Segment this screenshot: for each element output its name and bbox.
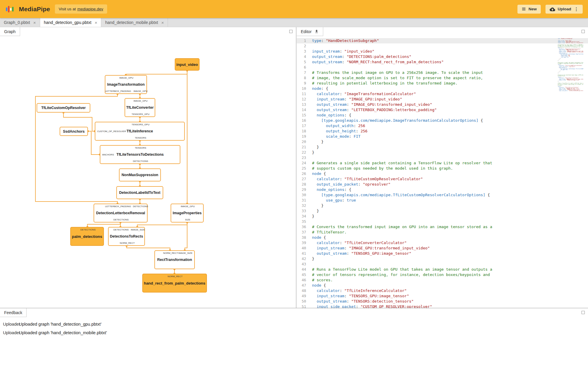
line-number: 10 <box>297 86 312 91</box>
graph-node-ImageTransformation[interactable]: IMAGE_GPULETTERBOX_PADDINGIMAGE_GPUImage… <box>105 75 147 94</box>
new-button[interactable]: New <box>517 5 541 14</box>
port-label: DETECTIONS <box>113 228 129 231</box>
line-number: 47 <box>297 283 312 288</box>
file-tab-bar: Graph_0.pbtxt×hand_detection_gpu.pbtxt×h… <box>0 18 588 27</box>
graph-node-input_video[interactable]: input_video <box>175 58 200 71</box>
port-label: TENSORS_GPU <box>132 113 149 116</box>
line-text: input_stream: "TENSORS_GPU:image_tensor" <box>312 293 409 299</box>
line-text: calculator: "TfLiteCustomOpResolverCalcu… <box>312 176 423 182</box>
graph-panel: Graph input_videoIMAGE_GPULETTERBOX_PADD… <box>0 27 296 308</box>
graph-node-TfLiteInference[interactable]: TENSORS_GPUTENSORSCUSTOM_OP_RESOLVERTfLi… <box>95 122 185 141</box>
line-number: 17 <box>297 123 312 129</box>
graph-node-RectTransformation[interactable]: NORM_RECTIMAGE_SIZERectTransformation <box>154 250 195 269</box>
code-line: 26node { <box>297 171 588 176</box>
line-text: scale_mode: FIT <box>312 134 360 139</box>
graph-node-SsdAnchors[interactable]: SsdAnchors <box>60 127 88 136</box>
line-text: } <box>312 256 314 262</box>
line-number: 51 <box>297 304 312 308</box>
code-line: 50 output_stream: "TENSORS:detection_ten… <box>297 299 588 304</box>
file-tab[interactable]: hand_detection_gpu.pbtxt× <box>40 18 102 27</box>
code-line: 33 } <box>297 208 588 214</box>
line-number: 4 <box>297 54 312 59</box>
graph-node-NonMaxSuppression[interactable]: NonMaxSuppression <box>119 168 161 181</box>
minimap[interactable]: type: "HandDetectionSubgraph" input_stre… <box>558 38 583 304</box>
graph-node-ImageProperties[interactable]: IMAGE_GPUSIZEImageProperties <box>171 204 204 223</box>
graph-canvas[interactable]: input_videoIMAGE_GPULETTERBOX_PADDINGIMA… <box>0 36 296 308</box>
line-number: 43 <box>297 262 312 267</box>
code-line: 12 input_stream: "IMAGE_GPU:input_video" <box>297 97 588 102</box>
line-text: # Converts the transformed input image o… <box>312 224 492 230</box>
graph-node-DetectionLabelIdToText[interactable]: DetectionLabelIdToText <box>116 186 163 199</box>
graph-node-DetectionsToRects[interactable]: DETECTIONSIMAGE_SIZENORM_RECTDetectionsT… <box>108 227 145 246</box>
line-number: 46 <box>297 277 312 283</box>
code-line: 22} <box>297 150 588 155</box>
line-number: 20 <box>297 139 312 144</box>
graph-node-DetectionLetterboxRemoval[interactable]: LETTERBOX_PADDINGDETECTIONSDETECTIONSDet… <box>94 204 148 223</box>
port-label: IMAGE_GPU <box>181 205 195 208</box>
line-number: 19 <box>297 134 312 139</box>
feedback-tab[interactable]: Feedback <box>0 308 27 317</box>
graph-node-TfLiteConverter[interactable]: IMAGE_GPUTENSORS_GPUTfLiteConverter <box>125 98 155 117</box>
line-number: 35 <box>297 219 312 224</box>
tab-close-icon[interactable]: × <box>33 20 36 25</box>
tab-close-icon[interactable]: × <box>161 20 164 25</box>
line-number: 1 <box>297 38 312 43</box>
code-line: 38node { <box>297 235 588 240</box>
line-number: 18 <box>297 129 312 134</box>
node-title: ImageTransformation <box>105 82 146 87</box>
feedback-popout-icon[interactable] <box>582 311 585 314</box>
line-text: } <box>312 150 314 155</box>
code-line: 27 calculator: "TfLiteCustomOpResolverCa… <box>297 176 588 182</box>
code-line: 2 <box>297 43 588 49</box>
port-label: DETECTIONS <box>80 228 96 231</box>
line-text: calculator: "TfLiteConverterCalculator" <box>312 240 407 246</box>
line-text: [type.googleapis.com/mediapipe.TfLiteCus… <box>312 192 490 198</box>
graph-panel-header: Graph <box>0 27 296 36</box>
editor-tab[interactable]: Editor <box>297 27 323 36</box>
visit-link[interactable]: mediapipe.dev <box>77 7 103 11</box>
port-label: SIZE <box>185 218 190 221</box>
line-number: 36 <box>297 224 312 230</box>
line-text: node { <box>312 283 326 288</box>
line-number: 26 <box>297 171 312 176</box>
minimap-line: output_stream: "TENSORS_GPU:image_tensor… <box>558 80 583 81</box>
graph-tab[interactable]: Graph <box>0 27 20 36</box>
graph-node-TfLiteTensorsToDetections[interactable]: TENSORSDETECTIONSANCHORSTfLiteTensorsToD… <box>100 145 180 164</box>
download-icon[interactable] <box>314 29 319 34</box>
visit-badge: Visit us at mediapipe.dev <box>55 4 107 14</box>
line-text: output_stream: "NORM_RECT:hand_rect_from… <box>312 59 444 65</box>
visit-prefix: Visit us at <box>59 7 76 11</box>
code-line: 36# Converts the transformed input image… <box>297 224 588 230</box>
code-area[interactable]: 1type: "HandDetectionSubgraph"23input_st… <box>297 38 588 308</box>
code-line: 48 calculator: "TfLiteInferenceCalculato… <box>297 288 588 293</box>
line-number: 31 <box>297 198 312 203</box>
line-text: input_stream: "IMAGE_GPU:input_video" <box>312 97 402 102</box>
graph-node-hand_rect_from_palm_detections[interactable]: NORM_RECThand_rect_from_palm_detections <box>142 274 207 293</box>
graph-popout-icon[interactable] <box>289 30 293 33</box>
editor-body[interactable]: 1type: "HandDetectionSubgraph"23input_st… <box>297 36 588 308</box>
feedback-message: Uploaded graph 'hand_detection_gpu.pbtxt… <box>19 322 102 327</box>
port-label: LETTERBOX_PADDING <box>105 90 131 92</box>
line-number: 6 <box>297 65 312 70</box>
graph-node-TfLiteCustomOpResolver[interactable]: TfLiteCustomOpResolver <box>37 103 90 113</box>
upload-button-label: Upload <box>558 7 571 11</box>
line-number: 32 <box>297 203 312 208</box>
line-text: [type.googleapis.com/mediapipe.ImageTran… <box>312 118 483 123</box>
port-label: IMAGE_SIZE <box>131 228 145 231</box>
feedback-message: Uploaded graph 'hand_detection_mobile.pb… <box>19 330 107 335</box>
code-line: 3input_stream: "input_video" <box>297 49 588 54</box>
graph-node-palm_detections[interactable]: DETECTIONSpalm_detections <box>70 227 104 246</box>
line-number: 14 <box>297 107 312 113</box>
editor-popout-icon[interactable] <box>582 30 585 33</box>
kebab-menu-icon[interactable]: ⋮ <box>574 7 579 12</box>
file-tab[interactable]: Graph_0.pbtxt× <box>0 18 40 27</box>
feedback-panel-header: Feedback <box>0 308 588 317</box>
upload-button[interactable]: Upload ⋮ <box>545 5 583 14</box>
tab-close-icon[interactable]: × <box>95 20 97 25</box>
feedback-row: UploaderUploaded graph 'hand_detection_m… <box>0 328 588 337</box>
file-tab[interactable]: hand_detection_mobile.pbtxt× <box>101 18 168 27</box>
node-title: DetectionLabelIdToText <box>117 191 163 195</box>
minimap-content: type: "HandDetectionSubgraph" input_stre… <box>558 38 583 91</box>
line-text: # vector of tensors representing, for in… <box>312 272 490 277</box>
port-label: DETECTIONS <box>133 160 148 163</box>
